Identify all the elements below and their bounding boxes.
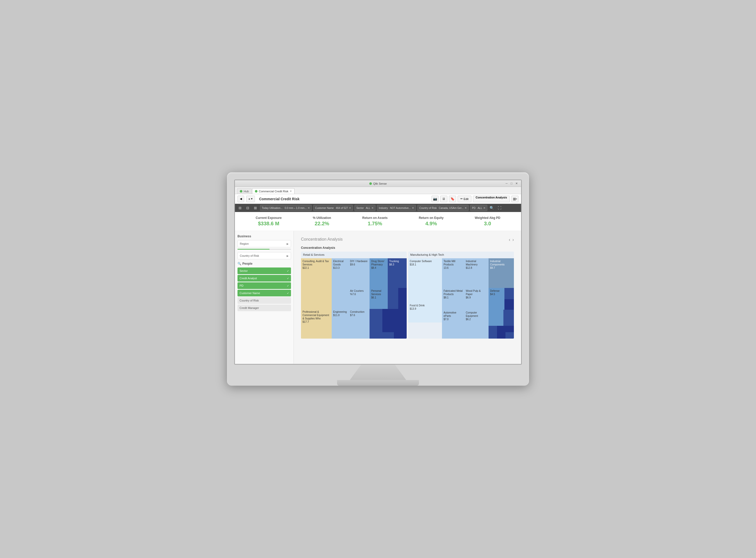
expand-filter-btn[interactable]: ⊞	[237, 205, 243, 211]
cell-mfg-dark9[interactable]	[506, 332, 514, 338]
filter-pd[interactable]: PD ALL ✕	[470, 205, 487, 211]
cell-dark6[interactable]	[382, 309, 394, 325]
page-title: Concentration Analysis	[301, 237, 343, 242]
cell-dark5[interactable]	[370, 309, 382, 325]
cell-personal-services[interactable]: Personal Services $6.1	[370, 288, 388, 309]
filter-util-close[interactable]: ✕	[308, 206, 310, 210]
nav-next-btn[interactable]: ›	[512, 237, 514, 243]
cell-air-couriers[interactable]: Air Couriers %7.6	[348, 288, 370, 309]
cell-mfg-dark3[interactable]	[489, 310, 504, 326]
sidebar-country[interactable]: Country of Risk ▶	[238, 252, 291, 259]
camera-btn[interactable]: 📷	[432, 196, 439, 202]
cell-computer-software[interactable]: Computer Software $18.1	[408, 258, 442, 303]
cell-mfg-dark5[interactable]	[489, 326, 497, 338]
filter-customer[interactable]: Customer Name 464 of 527 ✕	[313, 205, 353, 211]
ccr-tab-close[interactable]: ✕	[290, 190, 292, 193]
sidebar-item-country-risk[interactable]: Country of Risk	[238, 297, 291, 304]
page-title-area: Concentration Analysis ‹ ›	[297, 234, 517, 244]
tab-ccr[interactable]: Commercial Credit Risk ✕	[252, 188, 295, 194]
cell-computer-equipment[interactable]: Computer Equipment $6.2	[464, 310, 489, 338]
region-underline	[238, 249, 291, 250]
filter-pd-close[interactable]: ✕	[483, 206, 486, 210]
sidebar-item-credit-manager[interactable]: Credit Manager	[238, 305, 291, 311]
cell-wood-pulp[interactable]: Wood Pulp & Paper $6.9	[464, 288, 489, 310]
cell-automotive[interactable]: Automotive eParts $7.0	[442, 310, 464, 338]
cell-food-drink[interactable]: Food & Drink $13.9	[408, 303, 442, 323]
tab-hub[interactable]: Hub	[237, 188, 251, 194]
cell-defense[interactable]: Defense $4.5	[489, 288, 505, 310]
filter-sector-close[interactable]: ✕	[371, 206, 374, 210]
expand3-filter-btn[interactable]: ⊠	[252, 205, 259, 211]
back-btn[interactable]: ◀	[238, 196, 244, 202]
fullscreen-filter-btn[interactable]: ⛶	[496, 205, 503, 211]
nav-prev-btn[interactable]: ‹	[509, 237, 510, 243]
app-name-btn[interactable]: Concentration Analysis	[473, 196, 510, 202]
cell-dark4[interactable]	[398, 299, 407, 309]
menu-btn[interactable]: ≡ ▾	[246, 196, 255, 202]
cell-fabricated-metal[interactable]: Fabricated Metal Products $8.1	[442, 288, 464, 310]
filter-sector[interactable]: Sector ALL ✕	[355, 205, 375, 211]
region-arrow: ▶	[287, 243, 289, 245]
search-filter-btn[interactable]: 🔍	[489, 205, 495, 211]
filter-industry[interactable]: Industry NOT Automotive... ✕	[377, 205, 416, 211]
minimize-btn[interactable]: ─	[505, 182, 509, 185]
cell-industrial-components[interactable]: Industrial Components $9.7	[489, 258, 514, 288]
cell-dark3[interactable]	[388, 299, 398, 309]
cell-dark12[interactable]	[394, 332, 400, 338]
cell-trucking[interactable]: Trucking $8.3	[388, 258, 407, 288]
filter-ctry-close[interactable]: ✕	[464, 206, 467, 210]
cell-mfg-dark2[interactable]	[505, 299, 514, 310]
cell-dark7[interactable]	[394, 309, 407, 325]
cell-construction[interactable]: Construction $7.6	[348, 309, 370, 338]
window-title: Qlik Sense	[369, 182, 387, 185]
cell-dark1[interactable]	[388, 288, 398, 299]
qlik-icon	[369, 182, 372, 185]
window-controls[interactable]: ─ □ ✕	[505, 182, 519, 185]
sidebar-item-credit-analyst[interactable]: Credit Analyst ✓	[238, 275, 291, 282]
cell-industrial-machinery[interactable]: Industrial Machinery $12.8	[464, 258, 489, 288]
hub-tab-label: Hub	[244, 190, 249, 193]
bookmark-btn[interactable]: 🔖	[449, 196, 456, 202]
filter-country[interactable]: Country of Risk Canada, USAm Ger... ✕	[417, 205, 469, 211]
credit-analyst-item-label: Credit Analyst	[240, 277, 257, 280]
filter-utilisation[interactable]: Today Utilisation... 0.0 mm – 1.0 mm... …	[260, 205, 312, 211]
cell-dark11[interactable]	[382, 332, 394, 338]
cell-dark10[interactable]	[394, 325, 400, 332]
cell-dark2[interactable]	[398, 288, 407, 299]
cell-mfg-dark7[interactable]	[506, 326, 514, 332]
retail-treemap: Retail & Services Consulting, Audit & Ta…	[301, 252, 407, 338]
cell-mfg-dark1[interactable]	[505, 288, 514, 299]
maximize-btn[interactable]: □	[509, 182, 514, 185]
pd-check: ✓	[287, 284, 289, 287]
toolbar: ◀ ≡ ▾ Commercial Credit Risk 📷 🖥 🔖 ✏	[235, 194, 521, 204]
cell-dark13[interactable]	[400, 325, 407, 338]
cell-engineering[interactable]: Engineering $11.0	[332, 309, 348, 338]
sidebar-item-customer-name[interactable]: Customer Name ✓	[238, 290, 291, 296]
cell-mfg-dark6[interactable]	[497, 326, 506, 332]
display-btn[interactable]: 🖥	[440, 196, 447, 202]
grid-icon: ▦	[513, 197, 516, 201]
cell-diy[interactable]: DIY / Hardware $9.6	[348, 258, 370, 288]
cell-textile[interactable]: Textile Mill Products 13.6	[442, 258, 464, 288]
window-title-text: Qlik Sense	[373, 182, 387, 185]
expand2-filter-btn[interactable]: ⊟	[245, 205, 251, 211]
cell-electrical[interactable]: Electrical Goods $13.3	[332, 258, 348, 309]
kpi-roa-value: 1.75%	[362, 221, 388, 227]
menu-icon: ≡	[248, 197, 250, 201]
cell-dark9[interactable]	[382, 325, 394, 332]
close-btn[interactable]: ✕	[514, 182, 519, 185]
sidebar-region[interactable]: Region ▶	[238, 240, 291, 247]
people-section-title: 🔍 People	[238, 262, 291, 265]
cell-mfg-dark4[interactable]	[504, 310, 514, 326]
sidebar-item-sector[interactable]: Sector ✓	[238, 268, 291, 274]
cell-dark8[interactable]	[370, 325, 382, 338]
edit-btn[interactable]: ✏ Edit	[458, 196, 471, 202]
cell-professional[interactable]: Professional & Commercial Equipment & Su…	[301, 309, 332, 338]
filter-cust-close[interactable]: ✕	[349, 206, 351, 210]
cell-consulting[interactable]: Consulting, Audit & Tax Services $22.1	[301, 258, 332, 309]
filter-ind-close[interactable]: ✕	[412, 206, 414, 210]
cell-mfg-dark8[interactable]	[497, 332, 506, 338]
sidebar-item-pd[interactable]: PD ✓	[238, 282, 291, 289]
grid-btn[interactable]: ▦ ▾	[511, 196, 518, 202]
cell-drugstore[interactable]: Drug Store/ Pharmacy $8.4	[370, 258, 388, 288]
